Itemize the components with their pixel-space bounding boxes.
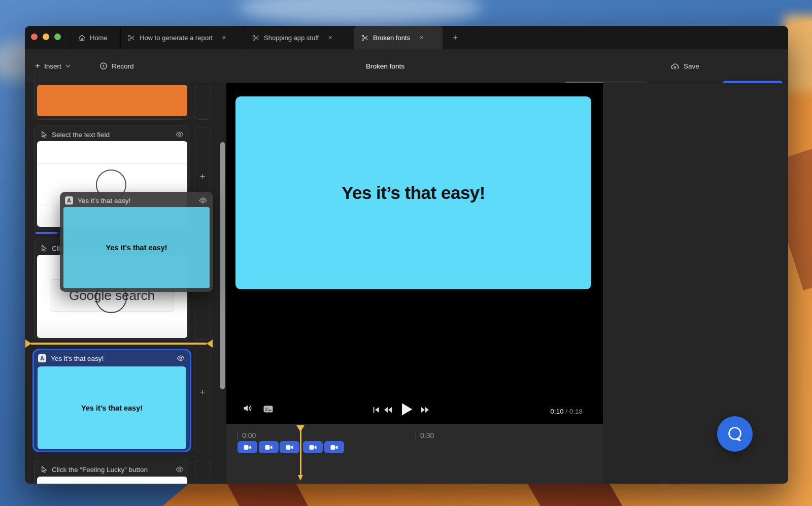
scissors-icon: [128, 34, 136, 42]
tab-shopping-app-stuff[interactable]: Shopping app stuff ✕: [245, 26, 354, 49]
dragged-thumbnail-text: Yes it’s that easy!: [106, 244, 167, 252]
timeline-tick: [416, 431, 416, 440]
close-tab-icon[interactable]: ✕: [328, 35, 332, 41]
playback-time: 0:10 / 0:18: [522, 408, 583, 415]
timeline-tick: [238, 431, 238, 440]
home-icon: [78, 34, 86, 42]
playhead-tail: [298, 475, 303, 481]
close-window-button[interactable]: [31, 33, 38, 40]
tab-label: Broken fonts: [373, 34, 410, 42]
timeline-clip[interactable]: [324, 441, 344, 453]
slide-thumbnail-text: Yes it’s that easy!: [81, 404, 143, 412]
insert-slot[interactable]: [194, 460, 211, 484]
camera-icon: [286, 445, 293, 450]
sidebar-scrollbar[interactable]: [220, 142, 225, 389]
close-tab-icon[interactable]: ✕: [222, 35, 226, 41]
timeline-tick-label-start: 0:00: [242, 431, 256, 440]
eye-icon[interactable]: [176, 465, 184, 474]
play-button-icon[interactable]: [401, 402, 413, 416]
eye-icon[interactable]: [176, 130, 184, 139]
timeline-clip[interactable]: [259, 441, 279, 453]
captions-icon[interactable]: [263, 406, 273, 413]
cursor-icon: [41, 245, 47, 252]
app-window: Home How to generate a report ✕ Shopping…: [25, 26, 788, 484]
timeline-clip[interactable]: [280, 441, 299, 453]
insertion-arrow-left: [25, 340, 31, 348]
record-label: Record: [112, 62, 134, 70]
step-card[interactable]: [34, 77, 189, 120]
tab-bar: Home How to generate a report ✕ Shopping…: [25, 26, 788, 49]
close-tab-icon[interactable]: ✕: [419, 35, 424, 41]
step-thumbnail: [37, 477, 187, 484]
dragged-step-title: Yes it’s that easy!: [78, 197, 130, 205]
insert-slot[interactable]: [194, 85, 211, 120]
add-step-button[interactable]: +: [194, 387, 211, 398]
scissors-icon: [252, 34, 260, 42]
playhead[interactable]: [300, 429, 301, 476]
time-separator: /: [563, 408, 569, 415]
save-button[interactable]: Save: [670, 57, 699, 75]
wallpaper-corner-glow: [784, 15, 812, 91]
step-thumbnail-orange: [37, 85, 187, 116]
minimize-window-button[interactable]: [43, 33, 49, 40]
video-slide: Yes it’s that easy!: [235, 96, 591, 289]
duration: 0:18: [569, 408, 583, 415]
tab-label: Home: [90, 34, 108, 42]
step-progress-fill: [36, 232, 57, 234]
timeline-area: [226, 424, 603, 484]
insertion-arrow-right: [207, 340, 213, 348]
new-tab-button[interactable]: +: [445, 26, 465, 49]
add-step-button[interactable]: +: [194, 171, 211, 182]
help-chat-button[interactable]: [717, 416, 753, 452]
record-icon: [99, 62, 108, 70]
current-time: 0:10: [550, 408, 563, 415]
drop-insertion-line: [31, 343, 207, 345]
step-title: Select the text field: [52, 131, 110, 139]
timeline-tick-label-mid: 0:30: [420, 431, 434, 440]
dragged-thumbnail-cyan: Yes it’s that easy!: [63, 207, 210, 288]
camera-icon: [309, 445, 317, 450]
insert-slot[interactable]: [194, 349, 211, 452]
tab-how-to-generate-a-report[interactable]: How to generate a report ✕: [121, 26, 245, 49]
chevron-down-icon: [65, 64, 71, 68]
zoom-window-button[interactable]: [54, 33, 61, 40]
wallpaper-cloud: [239, 0, 482, 25]
dragged-step-card[interactable]: A Yes it’s that easy! Yes it’s that easy…: [60, 192, 213, 292]
step-thumbnail-cyan: Yes it’s that easy!: [38, 366, 186, 449]
plus-icon: +: [35, 61, 40, 71]
rewind-icon[interactable]: [384, 407, 392, 413]
cursor-icon: [41, 131, 47, 139]
insert-label: Insert: [44, 62, 61, 70]
camera-icon: [330, 445, 338, 450]
cloud-upload-icon: [670, 62, 680, 70]
step-title: Click the “Feeling Lucky” button: [52, 466, 148, 474]
tab-broken-fonts-active[interactable]: Broken fonts ✕: [354, 26, 443, 49]
camera-icon: [244, 445, 251, 450]
tab-home[interactable]: Home: [71, 26, 120, 49]
skip-to-start-icon[interactable]: [373, 407, 380, 413]
record-button[interactable]: Record: [99, 57, 134, 75]
slide-text: Yes it’s that easy!: [342, 183, 485, 203]
timeline-clip[interactable]: [238, 441, 257, 453]
eye-icon[interactable]: [199, 196, 207, 205]
step-card-selected-text-slide[interactable]: A Yes it’s that easy! Yes it’s that easy…: [32, 349, 191, 452]
tab-label: How to generate a report: [140, 34, 213, 42]
cursor-icon: [41, 466, 47, 474]
text-slide-icon: A: [38, 354, 46, 362]
thumbnail-line: [37, 163, 187, 164]
text-slide-icon: A: [65, 196, 73, 205]
insert-button[interactable]: + Insert: [35, 57, 71, 75]
step-title: Yes it’s that easy!: [51, 355, 104, 362]
tab-label: Shopping app stuff: [264, 34, 319, 42]
scissors-icon: [361, 34, 369, 42]
playhead-handle[interactable]: [296, 425, 304, 432]
save-label: Save: [684, 62, 699, 70]
volume-icon[interactable]: [243, 404, 253, 413]
chat-bubble-icon: [726, 425, 744, 443]
eye-icon[interactable]: [177, 354, 185, 362]
right-panel: [603, 83, 788, 484]
document-title: Broken fonts: [329, 49, 441, 83]
timeline-clip[interactable]: [303, 441, 323, 453]
step-card-feeling-lucky[interactable]: Click the “Feeling Lucky” button: [34, 460, 189, 484]
fast-forward-icon[interactable]: [421, 407, 429, 413]
